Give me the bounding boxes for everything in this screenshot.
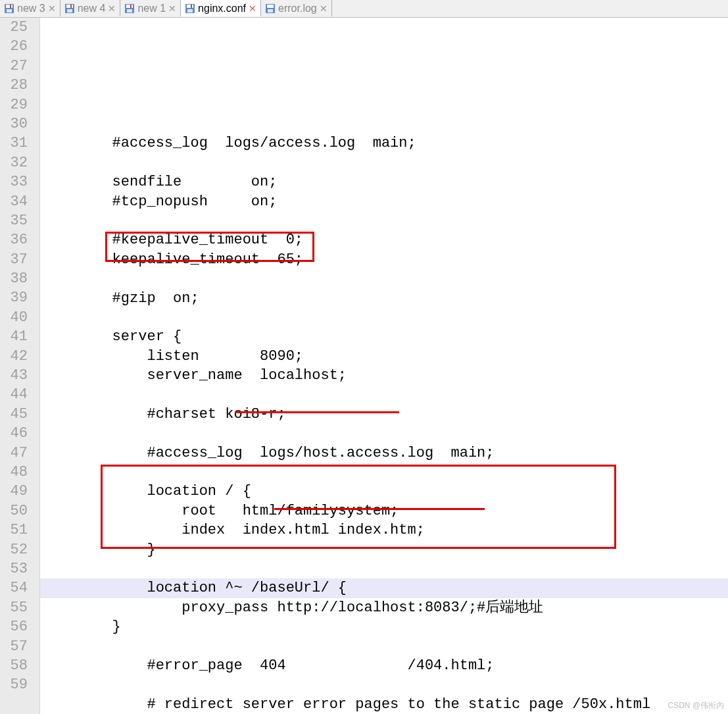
code-line[interactable]: #access_log logs/access.log main; bbox=[40, 134, 728, 153]
code-line[interactable]: server_name localhost; bbox=[40, 366, 728, 385]
svg-rect-13 bbox=[187, 5, 193, 8]
line-number: 57 bbox=[0, 637, 39, 656]
code-line[interactable] bbox=[40, 386, 728, 405]
code-line[interactable]: location / { bbox=[40, 482, 728, 501]
code-line[interactable] bbox=[40, 637, 728, 656]
tab-label: error.log bbox=[278, 3, 317, 14]
line-number-gutter: 2526272829303132333435363738394041424344… bbox=[0, 18, 40, 714]
line-number: 29 bbox=[0, 95, 39, 115]
save-icon bbox=[4, 3, 14, 14]
code-line[interactable]: sendfile on; bbox=[40, 172, 728, 191]
line-number: 25 bbox=[0, 18, 39, 37]
code-line[interactable] bbox=[40, 269, 728, 288]
line-number: 44 bbox=[0, 385, 39, 404]
line-number: 52 bbox=[0, 540, 39, 559]
svg-rect-1 bbox=[6, 5, 12, 8]
line-number: 46 bbox=[0, 424, 39, 443]
line-number: 37 bbox=[0, 250, 39, 269]
svg-rect-10 bbox=[130, 5, 132, 8]
save-icon bbox=[265, 3, 276, 14]
line-number: 45 bbox=[0, 405, 39, 424]
save-icon bbox=[64, 3, 75, 14]
svg-rect-9 bbox=[126, 5, 133, 8]
tab-label: new 3 bbox=[17, 3, 45, 14]
line-number: 59 bbox=[0, 675, 39, 694]
code-line[interactable]: proxy_pass http://localhost:8083/;#后端地址 bbox=[40, 598, 728, 617]
line-number: 40 bbox=[0, 308, 39, 327]
tab-new-3[interactable]: new 3 ✕ bbox=[0, 0, 61, 16]
svg-rect-7 bbox=[67, 9, 72, 13]
line-number: 47 bbox=[0, 444, 39, 463]
line-number: 49 bbox=[0, 482, 39, 501]
tab-label: new 4 bbox=[78, 3, 106, 14]
code-line[interactable]: # redirect server error pages to the sta… bbox=[40, 695, 728, 714]
code-line[interactable]: server { bbox=[40, 327, 728, 346]
code-line[interactable]: #keepalive_timeout 0; bbox=[40, 230, 728, 249]
tab-new-1[interactable]: new 1 ✕ bbox=[120, 0, 181, 16]
line-number: 28 bbox=[0, 76, 39, 95]
line-number: 30 bbox=[0, 115, 39, 134]
code-line[interactable]: index index.html index.htm; bbox=[40, 521, 728, 540]
close-icon[interactable]: ✕ bbox=[48, 5, 56, 13]
close-icon[interactable]: ✕ bbox=[320, 5, 328, 13]
code-line[interactable]: #tcp_nopush on; bbox=[40, 192, 728, 211]
code-area[interactable]: #access_log logs/access.log main; sendfi… bbox=[40, 18, 728, 714]
svg-rect-18 bbox=[268, 9, 273, 13]
code-line[interactable]: location ^~ /baseUrl/ { bbox=[40, 578, 728, 598]
code-line[interactable] bbox=[40, 153, 728, 172]
code-line[interactable] bbox=[40, 675, 728, 694]
tab-new-4[interactable]: new 4 ✕ bbox=[61, 0, 121, 16]
svg-rect-11 bbox=[127, 9, 132, 13]
line-number: 56 bbox=[0, 617, 39, 636]
code-line[interactable] bbox=[40, 463, 728, 482]
code-line[interactable]: listen 8090; bbox=[40, 347, 728, 366]
code-line[interactable]: } bbox=[40, 540, 728, 559]
tab-label: nginx.conf bbox=[198, 3, 246, 14]
line-number: 31 bbox=[0, 134, 39, 153]
tab-nginx-conf[interactable]: nginx.conf ✕ bbox=[181, 0, 261, 16]
svg-rect-6 bbox=[70, 5, 72, 8]
line-number: 54 bbox=[0, 578, 39, 598]
code-line[interactable]: #gzip on; bbox=[40, 289, 728, 308]
line-number: 27 bbox=[0, 57, 39, 76]
watermark: CSDN @伟衔内 bbox=[667, 700, 724, 711]
close-icon[interactable]: ✕ bbox=[108, 5, 116, 13]
save-icon bbox=[124, 3, 135, 14]
close-icon[interactable]: ✕ bbox=[249, 5, 256, 13]
tab-error-log[interactable]: error.log ✕ bbox=[261, 0, 332, 16]
line-number: 36 bbox=[0, 230, 39, 249]
line-number: 26 bbox=[0, 37, 39, 56]
code-line[interactable]: root html/familysystem; bbox=[40, 501, 728, 521]
code-line[interactable]: keepalive_timeout 65; bbox=[40, 250, 728, 269]
svg-rect-17 bbox=[267, 5, 274, 8]
line-number: 55 bbox=[0, 598, 39, 617]
svg-rect-15 bbox=[187, 9, 193, 13]
code-line[interactable] bbox=[40, 308, 728, 327]
code-line[interactable] bbox=[40, 559, 728, 578]
line-number: 50 bbox=[0, 501, 39, 521]
line-number: 33 bbox=[0, 172, 39, 191]
svg-rect-2 bbox=[10, 5, 11, 8]
line-number: 35 bbox=[0, 211, 39, 230]
editor-pane: 2526272829303132333435363738394041424344… bbox=[0, 18, 728, 714]
line-number: 48 bbox=[0, 463, 39, 482]
code-line[interactable] bbox=[40, 424, 728, 443]
tab-bar: new 3 ✕ new 4 ✕ new 1 ✕ nginx.conf ✕ err… bbox=[0, 0, 728, 18]
save-icon bbox=[185, 3, 195, 14]
svg-rect-3 bbox=[7, 9, 12, 13]
line-number: 53 bbox=[0, 559, 39, 578]
line-number: 41 bbox=[0, 327, 39, 346]
code-line[interactable] bbox=[40, 211, 728, 230]
line-number: 43 bbox=[0, 366, 39, 385]
line-number: 39 bbox=[0, 288, 39, 307]
code-line[interactable]: #error_page 404 /404.html; bbox=[40, 656, 728, 675]
code-line[interactable]: #access_log logs/host.access.log main; bbox=[40, 444, 728, 463]
code-line[interactable]: #charset koi8-r; bbox=[40, 405, 728, 424]
tab-label: new 1 bbox=[137, 3, 166, 14]
code-line[interactable]: } bbox=[40, 617, 728, 636]
line-number: 38 bbox=[0, 269, 39, 288]
line-number: 51 bbox=[0, 521, 39, 540]
line-number: 58 bbox=[0, 656, 39, 675]
close-icon[interactable]: ✕ bbox=[168, 5, 176, 13]
svg-rect-14 bbox=[191, 5, 192, 8]
